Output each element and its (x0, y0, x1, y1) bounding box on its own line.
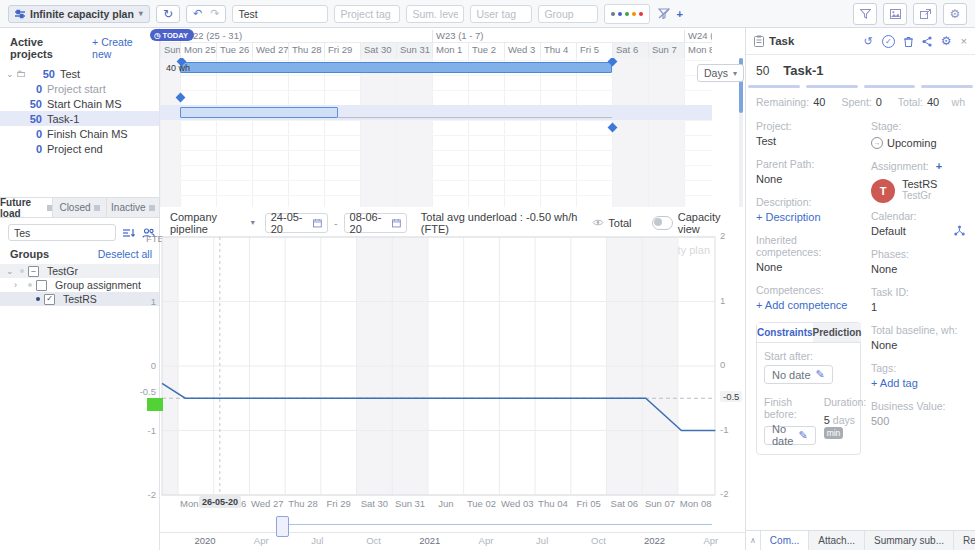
board-view-button[interactable] (883, 3, 907, 25)
group-checkbox[interactable]: ✓ (44, 294, 55, 305)
close-icon[interactable]: × (961, 35, 967, 47)
baseline-history-icon[interactable]: ↺ (864, 35, 873, 48)
assignee-name[interactable]: TestRS (902, 178, 937, 190)
gantt-day-header: Sat 6 (612, 43, 648, 58)
task-count: 50 (16, 98, 42, 110)
calendar-value[interactable]: Default (871, 225, 906, 237)
tab-closed[interactable]: Closed (53, 198, 106, 217)
search-input[interactable] (232, 5, 328, 23)
left-panel: Active projects + Create new ⌄🗀50Test0Pr… (0, 28, 160, 550)
project-value[interactable]: Test (756, 135, 776, 147)
project-tree-item[interactable]: 50Start Chain MS (0, 96, 159, 111)
sum-level-input[interactable] (406, 5, 464, 23)
org-chart-icon[interactable] (954, 225, 965, 236)
tab-com[interactable]: Com... (760, 531, 809, 550)
tab-attach[interactable]: Attach... (809, 531, 865, 550)
undo-icon[interactable]: ↶ (193, 7, 202, 20)
gantt-day-header: Wed 27 (252, 43, 288, 58)
tab-future-load[interactable]: Future load (0, 198, 53, 217)
mini-timeline-slider-handle[interactable] (276, 516, 289, 537)
group-checkbox[interactable]: – (28, 266, 39, 277)
add-description-link[interactable]: + Description (756, 211, 821, 223)
project-tree-item[interactable]: 0Finish Chain MS (0, 126, 159, 141)
filter-off-icon[interactable] (658, 8, 670, 19)
start-after-date-button[interactable]: No date ✎ (764, 365, 833, 384)
user-tag-input[interactable] (470, 5, 532, 23)
date-to-input[interactable]: 08-06-20 (344, 213, 407, 233)
gantt-chart[interactable]: 40 wh (160, 58, 712, 207)
chevron-icon[interactable]: › (14, 280, 24, 290)
chevron-down-icon[interactable]: ⌄ (6, 69, 16, 79)
remaining-value[interactable]: 40 (813, 96, 825, 108)
assignee-group: TestGr (902, 190, 937, 201)
finish-before-date-button[interactable]: No date ✎ (764, 426, 816, 445)
refresh-button[interactable]: ↻ (156, 5, 180, 23)
description-label: Description: (756, 196, 861, 208)
gantt-project-bar[interactable] (180, 62, 612, 73)
project-tag-input[interactable] (334, 5, 400, 23)
add-filter-button[interactable]: + (676, 8, 682, 20)
group-checkbox[interactable] (36, 280, 47, 291)
add-assignment-button[interactable]: + (936, 160, 942, 172)
collapse-chevron-icon[interactable]: ∧ (746, 531, 760, 550)
gantt-day-header: Mon 1 (432, 43, 468, 58)
share-icon[interactable] (922, 36, 932, 47)
chevron-icon[interactable]: ⌄ (6, 266, 16, 276)
group-search-input[interactable] (8, 224, 116, 241)
create-new-link[interactable]: + Create new (92, 36, 151, 60)
add-tag-link[interactable]: + Add tag (871, 377, 918, 389)
capacity-view-toggle[interactable] (652, 216, 673, 230)
tab-inactive[interactable]: Inactive (107, 198, 160, 217)
group-tree-item[interactable]: ⌄–TestGr (0, 264, 159, 278)
pipeline-selector[interactable]: Company pipeline ▾ (170, 211, 255, 235)
complete-check-icon[interactable]: ✓ (882, 35, 895, 48)
filter-button[interactable] (853, 3, 877, 25)
tab-prediction[interactable]: Prediction (813, 323, 862, 342)
project-tree-item[interactable]: 0Project start (0, 81, 159, 96)
task-metrics: Remaining: 40 Spent: 0 Total: 40 wh (746, 88, 975, 108)
total-visibility-control[interactable]: Total (592, 217, 631, 229)
date-from-input[interactable]: 24-05-20 (265, 213, 328, 233)
spent-value[interactable]: 0 (876, 96, 882, 108)
gantt-grid-column (468, 58, 504, 207)
deselect-all-link[interactable]: Deselect all (98, 248, 152, 260)
gantt-grid-column (180, 58, 216, 207)
tab-relat[interactable]: Relat... (954, 531, 975, 550)
sort-filter-icon[interactable] (123, 228, 135, 238)
project-tree-label: Test (60, 68, 80, 80)
x-axis-label: Fri 05 (576, 498, 600, 509)
mini-timeline-label: Jul (311, 535, 323, 546)
color-dots-field[interactable] (604, 4, 650, 24)
settings-button[interactable]: ⚙ (943, 3, 967, 25)
add-competence-link[interactable]: + Add competence (756, 299, 847, 311)
group-tree-item[interactable]: ›Group assignment (0, 278, 159, 292)
unit-label: wh (952, 96, 965, 108)
gantt-task-bar[interactable] (180, 107, 338, 118)
project-tree-item[interactable]: 50Task-1 (0, 111, 159, 126)
load-chart-plot[interactable] (160, 235, 745, 510)
delete-icon[interactable] (904, 36, 913, 47)
start-after-label: Start after: (764, 350, 853, 362)
assignee-avatar[interactable]: T (871, 179, 895, 203)
group-input[interactable] (538, 5, 598, 23)
chevron-down-icon: ▾ (251, 218, 255, 227)
project-tree-item[interactable]: ⌄🗀50Test (0, 66, 159, 81)
y-axis-label-left: -0.5 (132, 386, 156, 397)
plan-selector-dropdown[interactable]: Infinite capacity plan ▾ (8, 5, 150, 23)
total-value[interactable]: 40 (927, 96, 939, 108)
gear-icon[interactable]: ⚙ (941, 34, 952, 48)
task-title[interactable]: Task-1 (783, 63, 823, 78)
mini-timeline-label: 2022 (644, 535, 665, 546)
duration-value[interactable]: 5 (824, 414, 830, 426)
project-tree-item[interactable]: 0Project end (0, 141, 159, 156)
upcoming-stage-icon: → (871, 137, 883, 149)
color-dot (618, 12, 622, 16)
inherited-competences-label: Inherited competences: (756, 234, 861, 258)
open-report-button[interactable] (913, 3, 937, 25)
stage-value[interactable]: → Upcoming (871, 137, 937, 149)
tab-icon (149, 205, 155, 211)
tab-summary-sub[interactable]: Summary sub... (865, 531, 954, 550)
tab-constraints[interactable]: Constraints (757, 323, 813, 342)
gantt-zoom-dropdown[interactable]: Days ▾ (697, 64, 744, 82)
redo-icon[interactable]: ↷ (210, 7, 219, 20)
